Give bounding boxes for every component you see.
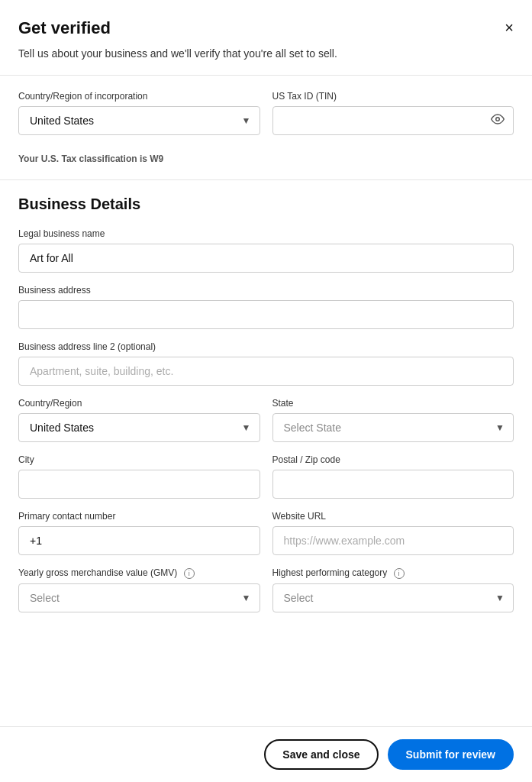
tax-id-group: US Tax ID (TIN) (272, 91, 514, 135)
save-and-close-button[interactable]: Save and close (264, 739, 378, 770)
incorporation-section: Country/Region of incorporation United S… (0, 76, 532, 179)
postal-label: Postal / Zip code (272, 454, 514, 465)
modal-subtitle: Tell us about your business and we'll ve… (0, 47, 532, 75)
tax-id-label: US Tax ID (TIN) (272, 91, 514, 102)
legal-name-label: Legal business name (18, 228, 514, 239)
tax-note-pre: Your U.S. Tax classification is (18, 153, 150, 164)
gmv-info-icon[interactable]: i (184, 568, 195, 579)
business-address2-group: Business address line 2 (optional) (18, 341, 514, 386)
gmv-select-wrapper: Select Under $10K $10K–$50K $50K–$100K $… (18, 583, 260, 612)
city-group: City (18, 454, 260, 499)
postal-group: Postal / Zip code (272, 454, 514, 499)
gmv-group: Yearly gross merchandise value (GMV) i S… (18, 567, 260, 612)
submit-for-review-button[interactable]: Submit for review (388, 739, 514, 770)
business-address-group: Business address (18, 285, 514, 329)
business-address-label: Business address (18, 285, 514, 296)
tax-id-input[interactable] (272, 106, 514, 135)
postal-input[interactable] (272, 470, 514, 499)
business-address-input[interactable] (18, 300, 514, 329)
show-tax-id-icon[interactable] (491, 112, 505, 129)
city-label: City (18, 454, 260, 465)
gmv-category-row: Yearly gross merchandise value (GMV) i S… (18, 567, 514, 625)
tax-classification: W9 (150, 153, 163, 164)
category-group: Highest performing category i Select Art… (272, 567, 514, 612)
incorporation-row: Country/Region of incorporation United S… (18, 91, 514, 147)
state-group: State Select State Alabama Alaska Arizon… (272, 398, 514, 442)
country-incorporation-label: Country/Region of incorporation (18, 91, 260, 102)
business-details-section: Business Details Legal business name Bus… (0, 179, 532, 640)
tax-note: Your U.S. Tax classification is W9 (18, 153, 514, 164)
business-details-title: Business Details (18, 196, 514, 213)
modal-title: Get verified (18, 18, 111, 38)
phone-label: Primary contact number (18, 511, 260, 522)
country-region-label: Country/Region (18, 398, 260, 409)
business-address2-label: Business address line 2 (optional) (18, 341, 514, 352)
close-button[interactable]: × (505, 20, 514, 35)
gmv-select[interactable]: Select Under $10K $10K–$50K $50K–$100K $… (18, 583, 260, 612)
category-select-wrapper: Select Art Electronics Clothing Books Ho… (272, 583, 514, 612)
tax-id-wrapper (272, 106, 514, 135)
country-region-select-wrapper: United States Canada United Kingdom ▼ (18, 413, 260, 442)
country-incorporation-group: Country/Region of incorporation United S… (18, 91, 260, 135)
phone-group: Primary contact number (18, 511, 260, 555)
phone-input[interactable] (18, 526, 260, 555)
website-label: Website URL (272, 511, 514, 522)
country-incorporation-select-wrapper: United States Canada United Kingdom Aust… (18, 106, 260, 135)
legal-name-input[interactable] (18, 244, 514, 273)
category-label: Highest performing category i (272, 567, 514, 579)
city-postal-row: City Postal / Zip code (18, 454, 514, 511)
website-input[interactable] (272, 526, 514, 555)
modal-footer: Save and close Submit for review (0, 726, 532, 782)
svg-point-0 (496, 118, 500, 121)
country-incorporation-select[interactable]: United States Canada United Kingdom Aust… (18, 106, 260, 135)
state-select-wrapper: Select State Alabama Alaska Arizona Cali… (272, 413, 514, 442)
state-select[interactable]: Select State Alabama Alaska Arizona Cali… (272, 413, 514, 442)
state-label: State (272, 398, 514, 409)
gmv-label: Yearly gross merchandise value (GMV) i (18, 567, 260, 579)
get-verified-modal: Get verified × Tell us about your busine… (0, 0, 532, 782)
phone-website-row: Primary contact number Website URL (18, 511, 514, 567)
city-input[interactable] (18, 470, 260, 499)
website-group: Website URL (272, 511, 514, 555)
business-address2-input[interactable] (18, 357, 514, 386)
category-select[interactable]: Select Art Electronics Clothing Books Ho… (272, 583, 514, 612)
country-region-group: Country/Region United States Canada Unit… (18, 398, 260, 442)
modal-header: Get verified × (0, 0, 532, 47)
country-region-select[interactable]: United States Canada United Kingdom (18, 413, 260, 442)
category-info-icon[interactable]: i (394, 568, 405, 579)
legal-name-group: Legal business name (18, 228, 514, 273)
country-state-row: Country/Region United States Canada Unit… (18, 398, 514, 454)
